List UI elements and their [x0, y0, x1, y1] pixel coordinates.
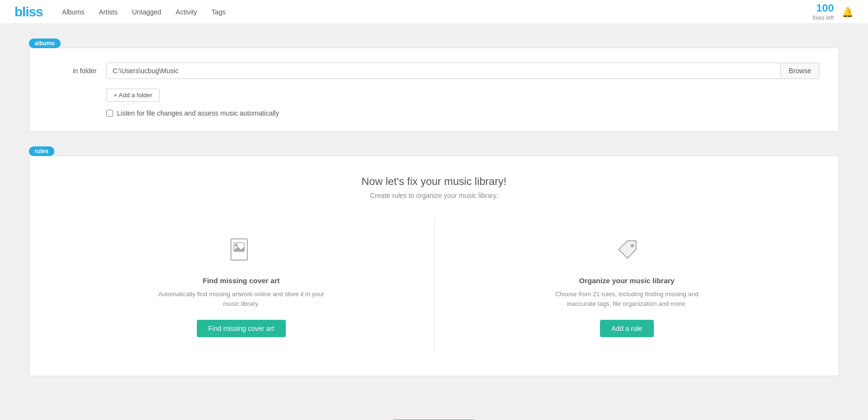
cover-art-card: Find missing cover art Automatically fin… [49, 219, 434, 352]
svg-point-2 [235, 244, 238, 247]
nav-tags[interactable]: Tags [211, 8, 226, 16]
notification-bell-icon[interactable]: 🔔 [842, 6, 854, 18]
apply-rules-footer: ↻ Apply rules [0, 405, 868, 420]
folder-input-wrap: Browse [106, 63, 819, 79]
main-content: albums in folder Browse + Add a folder L… [0, 24, 868, 405]
auto-assess-checkbox[interactable] [106, 110, 113, 117]
nav-activity[interactable]: Activity [176, 8, 197, 16]
albums-badge: albums [29, 39, 61, 48]
browse-button[interactable]: Browse [780, 63, 819, 79]
nav-artists[interactable]: Artists [99, 8, 118, 16]
main-nav: Albums Artists Untagged Activity Tags [62, 8, 813, 16]
rules-badge: rules [29, 146, 54, 156]
main-header: bliss Albums Artists Untagged Activity T… [0, 0, 868, 24]
rules-heading: Now let's fix your music library! [49, 175, 819, 188]
fixes-label: fixes left [813, 14, 834, 21]
rules-subheading: Create rules to organize your music libr… [49, 192, 819, 199]
nav-untagged[interactable]: Untagged [132, 8, 161, 16]
add-folder-button[interactable]: + Add a folder [106, 89, 160, 102]
rules-panel: Now let's fix your music library! Create… [29, 156, 839, 376]
rule-cards-container: Find missing cover art Automatically fin… [49, 219, 819, 352]
in-folder-label: in folder [49, 67, 97, 75]
organize-card: Organize your music library Choose from … [434, 219, 820, 352]
rules-intro: Now let's fix your music library! Create… [49, 175, 819, 199]
albums-section: albums in folder Browse + Add a folder L… [29, 39, 839, 132]
rules-section: rules Now let's fix your music library! … [29, 146, 839, 376]
fixes-count: 100 [813, 3, 834, 13]
header-right: 100 fixes left 🔔 [813, 3, 854, 21]
rules-content: Now let's fix your music library! Create… [29, 156, 839, 376]
folder-input[interactable] [107, 63, 780, 79]
cover-art-title: Find missing cover art [203, 276, 280, 285]
albums-panel: in folder Browse + Add a folder Listen f… [29, 48, 839, 132]
cover-art-desc: Automatically find missing artwork onlin… [154, 289, 328, 308]
add-folder-row: + Add a folder [49, 89, 819, 102]
add-rule-button[interactable]: Add a rule [600, 320, 654, 337]
auto-assess-row: Listen for file changes and assess music… [106, 109, 819, 117]
fixes-left-counter: 100 fixes left [813, 3, 834, 21]
organize-desc: Choose from 21 rules, including finding … [540, 289, 714, 308]
tag-icon [610, 233, 644, 267]
cover-art-icon [224, 233, 258, 267]
find-cover-art-button[interactable]: Find missing cover art [197, 320, 286, 337]
nav-albums[interactable]: Albums [62, 8, 85, 16]
logo: bliss [14, 4, 43, 20]
auto-assess-label: Listen for file changes and assess music… [117, 109, 279, 117]
organize-title: Organize your music library [579, 276, 675, 285]
albums-content: in folder Browse + Add a folder Listen f… [29, 48, 839, 131]
folder-field-row: in folder Browse [49, 63, 819, 79]
